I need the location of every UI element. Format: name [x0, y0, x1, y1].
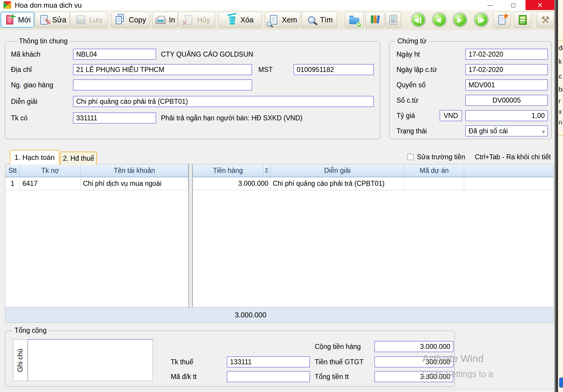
background-text-fragment: c: [559, 73, 562, 80]
tab-accounting[interactable]: 1. Hạch toán: [10, 150, 59, 165]
delete-button[interactable]: Xóa: [218, 12, 262, 28]
calculator-button[interactable]: [386, 12, 401, 28]
currency-field[interactable]: VND: [440, 110, 462, 121]
status-value: Đã ghi sổ cái: [469, 127, 508, 135]
folder-download-icon: [349, 14, 360, 26]
grid-header-row: Stt Tk nợ Tên tài khoản Tiền hàng Σ Diễn…: [5, 164, 553, 177]
tab-invoice-tax-label: 2. Hđ thuế: [63, 155, 94, 163]
grid-row[interactable]: 1 6417 Chi phí dịch vụ mua ngoài 3.000.0…: [5, 177, 553, 190]
column-header-stt[interactable]: Stt: [5, 164, 20, 177]
exchange-rate-field[interactable]: 1,00: [465, 110, 548, 121]
print-button[interactable]: In: [152, 12, 178, 28]
credit-account-field[interactable]: 331111: [73, 112, 156, 124]
new-button[interactable]: + Mới: [1, 12, 34, 28]
close-button[interactable]: ×: [526, 0, 554, 10]
grand-total-label: Tổng tiền tt: [315, 373, 349, 381]
print-button-label: In: [169, 16, 175, 24]
find-button[interactable]: Tìm: [302, 12, 337, 28]
cell-tk-no[interactable]: 6417: [20, 177, 81, 190]
edit-money-field-label: Sửa trường tiền: [417, 153, 465, 161]
new-document-icon: +: [4, 14, 15, 26]
note-label-box: Ghi chú: [13, 339, 28, 381]
document-info-title: Chứng từ: [395, 37, 429, 45]
cell-tien-hang[interactable]: 3.000.000: [193, 177, 270, 190]
tab-accounting-label: 1. Hạch toán: [14, 153, 55, 162]
description-field[interactable]: Chi phí quảng cáo phải trả (CPBT01): [73, 96, 374, 107]
document-date-field[interactable]: 17-02-2020: [465, 64, 548, 75]
print-icon: [155, 14, 166, 26]
cell-ma-du-an[interactable]: [404, 177, 464, 190]
column-header-ten-tai-khoan[interactable]: Tên tài khoản: [81, 164, 188, 177]
book-number-field[interactable]: MDV001: [465, 79, 548, 91]
app-window: Hoa don mua dich vu — □ × + Mới ✎ Sửa Lư…: [0, 0, 563, 392]
background-window-strip: đc k c bá r x n: [558, 0, 563, 392]
nav-next-button[interactable]: [451, 12, 469, 28]
deliverer-field[interactable]: [73, 79, 252, 91]
note-textarea[interactable]: [28, 339, 153, 381]
credit-account-description: Phải trả ngắn hạn người bán: HĐ SXKD (VN…: [161, 114, 302, 122]
vat-amount-label: Tiền thuế GTGT: [315, 358, 363, 366]
document-number-field[interactable]: DV00005: [465, 95, 548, 106]
calculator-icon: [388, 14, 399, 26]
minimize-button[interactable]: —: [481, 0, 500, 10]
payment-terms-field[interactable]: [227, 371, 310, 382]
open-folder-button[interactable]: [345, 12, 364, 28]
cell-dien-giai[interactable]: Chi phí quảng cáo phải trả (CPBT01): [270, 177, 404, 190]
column-header-ma-du-an[interactable]: Mã dự án: [404, 164, 464, 177]
subtotal-field[interactable]: 3.000.000: [374, 341, 453, 352]
status-dropdown[interactable]: Đã ghi sổ cái ▼: [465, 125, 548, 137]
maximize-icon: □: [511, 2, 515, 8]
tools-icon: ⚒: [540, 14, 551, 26]
totals-group: Tổng cộng Ghi chú Tk thuế 133111 Mã đ/k …: [5, 331, 455, 387]
totals-title: Tổng cộng: [12, 327, 49, 334]
cell-ten-tai-khoan[interactable]: Chi phí dịch vụ mua ngoài: [81, 177, 188, 190]
edit-pencil-icon: ✎: [38, 14, 50, 26]
background-blue-fragment: [559, 378, 563, 388]
archive-button[interactable]: [365, 12, 384, 28]
description-label: Diễn giải: [11, 98, 37, 106]
address-field[interactable]: 21 LÊ PHỤNG HIỂU TPHCM: [73, 64, 252, 75]
tax-account-field[interactable]: 133111: [227, 356, 310, 368]
tab-invoice-tax[interactable]: 2. Hđ thuế: [60, 152, 97, 165]
find-button-label: Tìm: [320, 16, 333, 24]
window-right-border: [554, 0, 558, 392]
copy-button-label: Copy: [129, 16, 146, 24]
status-label: Trạng thái: [396, 127, 427, 135]
export-button[interactable]: [514, 12, 531, 28]
nav-first-button[interactable]: [410, 12, 427, 28]
nav-previous-button[interactable]: [430, 12, 448, 28]
edit-button[interactable]: ✎ Sửa: [35, 12, 70, 28]
customer-code-field[interactable]: NBL04: [73, 49, 156, 60]
new-button-label: Mới: [18, 16, 31, 24]
star-document-icon: ★: [496, 14, 507, 26]
document-number-label: Số c.từ: [396, 96, 418, 104]
payment-terms-label: Mã đ/k tt: [171, 373, 197, 381]
copy-icon: [115, 14, 126, 26]
view-button-label: Xem: [282, 16, 297, 24]
copy-button[interactable]: Copy: [111, 12, 150, 28]
maximize-button[interactable]: □: [504, 0, 523, 10]
deliverer-label: Ng. giao hàng: [11, 81, 53, 89]
posting-date-field[interactable]: 17-02-2020: [465, 49, 548, 60]
general-info-title: Thông tin chung: [17, 37, 70, 45]
view-button[interactable]: Xem: [265, 12, 300, 28]
document-date-label: Ngày lập c.từ: [396, 66, 437, 74]
sum-button[interactable]: Σ: [263, 164, 270, 177]
cell-stt[interactable]: 1: [5, 177, 20, 190]
column-header-tien-hang[interactable]: Tiền hàng: [193, 164, 263, 177]
activate-windows-watermark: Activate Wind: [422, 353, 484, 364]
search-icon: [306, 14, 317, 26]
view-document-icon: [268, 14, 279, 26]
app-logo-icon: [4, 1, 11, 9]
toolbar: + Mới ✎ Sửa Lưu Copy In × Hủy Xóa X: [0, 10, 554, 29]
favorite-button[interactable]: ★: [493, 12, 511, 28]
grid-pane-splitter[interactable]: [188, 164, 193, 307]
nav-next-icon: [453, 14, 467, 26]
nav-last-button[interactable]: [472, 12, 490, 28]
column-header-tk-no[interactable]: Tk nợ: [20, 164, 81, 177]
delete-button-label: Xóa: [240, 16, 253, 24]
tax-id-field[interactable]: 0100951182: [293, 64, 374, 75]
column-header-dien-giai[interactable]: Diễn giải: [270, 164, 404, 177]
tools-button[interactable]: ⚒: [537, 12, 554, 28]
edit-money-field-checkbox[interactable]: [407, 154, 414, 160]
